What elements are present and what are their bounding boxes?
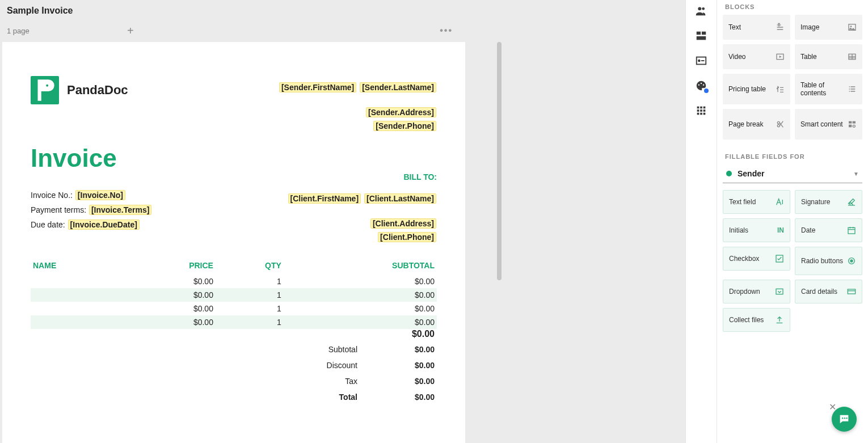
- design-icon[interactable]: [695, 79, 707, 92]
- svg-rect-26: [849, 121, 852, 124]
- content-icon[interactable]: [695, 29, 707, 42]
- svg-rect-5: [697, 36, 706, 40]
- field-date[interactable]: Date: [795, 218, 862, 242]
- text-block-icon: [776, 23, 785, 32]
- pricing-table[interactable]: NAME PRICE QTY SUBTOTAL $0.001$0.00 $0.0…: [31, 256, 437, 329]
- checkbox-icon: [775, 254, 784, 263]
- block-text[interactable]: Text: [723, 15, 790, 40]
- sender-block: [Sender.FirstName] [Sender.LastName] [Se…: [279, 82, 437, 132]
- field-radio[interactable]: Radio buttons: [795, 247, 862, 275]
- recipients-icon[interactable]: [695, 5, 707, 17]
- discount-value: $0.00: [378, 361, 435, 370]
- svg-point-36: [842, 417, 843, 419]
- chat-fab[interactable]: [832, 407, 857, 432]
- svg-point-37: [844, 417, 845, 419]
- field-initials[interactable]: InitialsIN: [723, 218, 790, 242]
- card-icon: [847, 287, 856, 296]
- document-page[interactable]: PandaDoc [Sender.FirstName] [Sender.Last…: [2, 42, 465, 443]
- svg-point-38: [846, 417, 847, 419]
- block-smart-content[interactable]: Smart content: [795, 109, 862, 140]
- svg-rect-15: [700, 109, 702, 112]
- document-title[interactable]: Sample Invoice: [7, 6, 679, 16]
- tax-label: Tax: [287, 377, 378, 386]
- payment-terms-label: Payment terms:: [31, 205, 86, 214]
- tax-value: $0.00: [378, 377, 435, 386]
- client-address-token[interactable]: [Client.Address]: [370, 218, 436, 229]
- properties-panel: BLOCKS Text Image Video Table Pricing ta…: [717, 0, 868, 443]
- total-value: $0.00: [378, 393, 435, 402]
- block-page-break[interactable]: Page break: [723, 109, 790, 140]
- signature-icon: [847, 197, 856, 206]
- field-checkbox[interactable]: Checkbox: [723, 247, 790, 271]
- sender-firstname-token[interactable]: [Sender.FirstName]: [279, 82, 356, 92]
- table-sum: $0.00: [31, 329, 437, 339]
- client-firstname-token[interactable]: [Client.FirstName]: [288, 193, 361, 204]
- upload-icon: [775, 315, 784, 324]
- tool-rail: [685, 0, 717, 443]
- recipient-color-dot: [726, 171, 732, 176]
- svg-rect-28: [849, 125, 852, 128]
- block-video[interactable]: Video: [723, 44, 790, 69]
- sender-phone-token[interactable]: [Sender.Phone]: [373, 121, 436, 131]
- dropdown-icon: [775, 287, 784, 296]
- apps-icon[interactable]: [695, 104, 707, 117]
- invoice-terms-token[interactable]: [Invoice.Terms]: [89, 205, 151, 215]
- table-row[interactable]: $0.001$0.00: [31, 315, 437, 329]
- brand-logo-text: PandaDoc: [67, 83, 128, 98]
- recipient-selector[interactable]: Sender ▼: [723, 164, 862, 183]
- col-price: PRICE: [121, 256, 216, 275]
- client-phone-token[interactable]: [Client.Phone]: [378, 232, 436, 242]
- block-toc[interactable]: Table of contents: [795, 74, 862, 104]
- sender-address-token[interactable]: [Sender.Address]: [366, 107, 436, 117]
- date-icon: [847, 226, 856, 235]
- col-subtotal: SUBTOTAL: [284, 256, 437, 275]
- svg-point-10: [703, 84, 704, 85]
- fields-section-title: FILLABLE FIELDS FOR: [725, 153, 862, 160]
- svg-rect-34: [776, 289, 783, 294]
- svg-rect-35: [848, 289, 855, 294]
- invoice-heading: Invoice: [31, 144, 437, 172]
- col-qty: QTY: [216, 256, 284, 275]
- block-table[interactable]: Table: [795, 44, 862, 69]
- svg-point-0: [45, 83, 50, 88]
- svg-rect-16: [703, 109, 706, 112]
- table-row[interactable]: $0.001$0.00: [31, 288, 437, 302]
- svg-point-2: [702, 7, 705, 10]
- svg-rect-3: [697, 32, 701, 35]
- page-count: 1 page: [5, 27, 30, 35]
- bill-to-label: BILL TO:: [288, 172, 437, 182]
- field-collect-files[interactable]: Collect files: [723, 308, 790, 332]
- scrollbar-thumb[interactable]: [497, 42, 502, 280]
- invoice-no-token[interactable]: [Invoice.No]: [75, 190, 125, 200]
- svg-point-25: [777, 125, 779, 127]
- smart-content-icon: [848, 120, 857, 129]
- add-page-button[interactable]: +: [127, 24, 134, 37]
- bill-to-block: BILL TO: [Client.FirstName] [Client.Last…: [288, 172, 437, 243]
- svg-rect-19: [703, 113, 706, 115]
- text-field-icon: [775, 197, 784, 206]
- block-image[interactable]: Image: [795, 15, 862, 40]
- field-dropdown[interactable]: Dropdown: [723, 280, 790, 303]
- variables-icon[interactable]: [695, 54, 707, 67]
- sender-lastname-token[interactable]: [Sender.LastName]: [360, 82, 436, 92]
- svg-rect-18: [700, 113, 702, 115]
- field-text[interactable]: Text field: [723, 190, 790, 214]
- svg-point-21: [850, 26, 852, 27]
- radio-icon: [847, 256, 856, 265]
- block-pricing-table[interactable]: Pricing table: [723, 74, 790, 104]
- more-menu-button[interactable]: •••: [440, 26, 453, 36]
- blocks-section-title: BLOCKS: [725, 3, 862, 10]
- svg-rect-30: [848, 227, 855, 234]
- page-break-icon: [776, 120, 785, 129]
- table-block-icon: [848, 52, 857, 61]
- svg-point-8: [698, 84, 700, 85]
- table-row[interactable]: $0.001$0.00: [31, 275, 437, 288]
- svg-point-24: [777, 121, 779, 124]
- client-lastname-token[interactable]: [Client.LastName]: [364, 193, 436, 204]
- table-row[interactable]: $0.001$0.00: [31, 302, 437, 315]
- field-signature[interactable]: Signature: [795, 190, 862, 214]
- image-block-icon: [848, 23, 857, 32]
- invoice-duedate-token[interactable]: [Invoice.DueDate]: [68, 220, 140, 230]
- svg-point-33: [850, 260, 853, 262]
- field-card[interactable]: Card details: [795, 280, 862, 303]
